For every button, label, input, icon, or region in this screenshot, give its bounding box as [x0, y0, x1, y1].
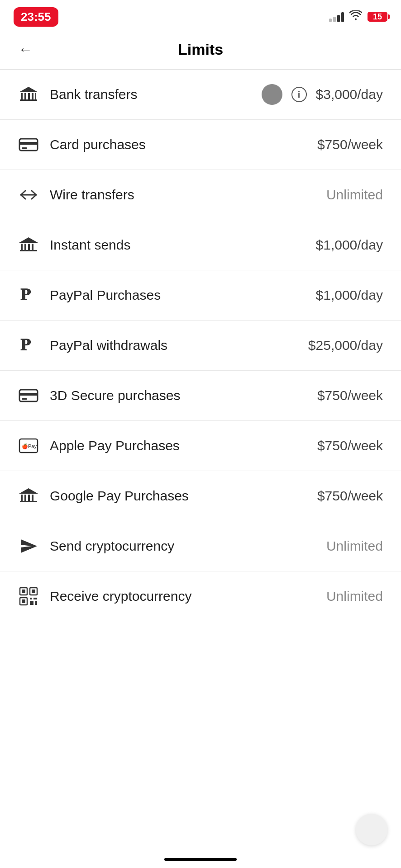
bank-icon — [18, 84, 50, 105]
paypal-purchases-value: $1,000/day — [316, 288, 383, 303]
limit-item-instant-sends: Instant sends $1,000/day — [0, 220, 401, 270]
page-title: Limits — [178, 41, 223, 58]
svg-rect-36 — [30, 598, 32, 599]
svg-rect-3 — [32, 93, 33, 99]
fab-button[interactable] — [356, 814, 387, 845]
svg-rect-2 — [28, 93, 30, 99]
svg-rect-39 — [35, 601, 37, 605]
svg-text:𝐏: 𝐏 — [20, 286, 31, 304]
svg-rect-37 — [33, 598, 37, 599]
3d-secure-label: 3D Secure purchases — [50, 388, 317, 403]
svg-rect-20 — [22, 398, 27, 400]
receive-crypto-value: Unlimited — [326, 589, 383, 604]
svg-rect-12 — [28, 244, 30, 250]
svg-rect-25 — [28, 495, 30, 501]
svg-rect-4 — [35, 93, 36, 99]
limit-item-receive-crypto: Receive cryptocurrency Unlimited — [0, 571, 401, 621]
svg-marker-29 — [21, 539, 37, 553]
card-purchases-label: Card purchases — [50, 137, 317, 152]
svg-marker-14 — [19, 237, 38, 243]
svg-rect-1 — [24, 93, 26, 99]
bank-transfers-toggle[interactable] — [262, 84, 282, 105]
instant-sends-icon — [18, 235, 50, 255]
paypal-purchases-icon: 𝐏 — [18, 285, 50, 306]
time-display: 23:55 — [14, 7, 58, 27]
send-crypto-label: Send cryptocurrency — [50, 538, 326, 554]
apple-pay-label: Apple Pay Purchases — [50, 438, 317, 453]
svg-rect-24 — [24, 495, 26, 501]
instant-sends-value: $1,000/day — [316, 237, 383, 253]
svg-rect-31 — [22, 590, 25, 593]
send-crypto-value: Unlimited — [326, 538, 383, 554]
svg-rect-11 — [24, 244, 26, 250]
bank-transfers-controls: i $3,000/day — [262, 84, 383, 105]
apple-pay-icon: 🍎Pay — [18, 435, 50, 456]
svg-rect-13 — [32, 244, 33, 250]
send-crypto-icon — [18, 536, 50, 557]
home-indicator — [164, 858, 237, 861]
card-icon — [18, 134, 50, 155]
svg-text:𝐏: 𝐏 — [20, 336, 31, 354]
svg-rect-0 — [21, 93, 23, 99]
google-pay-icon — [18, 486, 50, 506]
limit-item-apple-pay: 🍎Pay Apple Pay Purchases $750/week — [0, 421, 401, 471]
bank-transfers-info[interactable]: i — [291, 87, 307, 102]
paypal-withdrawals-icon: 𝐏 — [18, 335, 50, 356]
limit-item-3d-secure: 3D Secure purchases $750/week — [0, 371, 401, 421]
paypal-withdrawals-value: $25,000/day — [308, 338, 383, 353]
instant-sends-label: Instant sends — [50, 237, 316, 253]
svg-rect-8 — [19, 142, 38, 145]
apple-pay-value: $750/week — [317, 438, 383, 453]
svg-rect-23 — [21, 495, 23, 501]
card-purchases-value: $750/week — [317, 137, 383, 152]
3d-secure-icon — [18, 385, 50, 406]
wifi-icon — [349, 10, 362, 23]
svg-rect-15 — [20, 250, 37, 251]
google-pay-value: $750/week — [317, 488, 383, 504]
google-pay-label: Google Pay Purchases — [50, 488, 317, 504]
limit-item-send-crypto: Send cryptocurrency Unlimited — [0, 521, 401, 571]
limit-item-google-pay: Google Pay Purchases $750/week — [0, 471, 401, 521]
wire-transfers-value: Unlimited — [326, 187, 383, 203]
svg-text:🍎Pay: 🍎Pay — [22, 443, 37, 449]
svg-marker-5 — [19, 87, 38, 92]
status-icons: 15 — [329, 10, 387, 23]
limit-item-paypal-purchases: 𝐏 PayPal Purchases $1,000/day — [0, 270, 401, 321]
svg-rect-9 — [22, 147, 27, 149]
svg-marker-27 — [19, 488, 38, 494]
wire-icon — [18, 184, 50, 205]
svg-rect-26 — [32, 495, 33, 501]
wire-transfers-label: Wire transfers — [50, 187, 326, 203]
limit-item-bank-transfers: Bank transfers i $3,000/day — [0, 70, 401, 120]
svg-rect-33 — [32, 590, 35, 593]
limit-item-paypal-withdrawals: 𝐏 PayPal withdrawals $25,000/day — [0, 321, 401, 371]
svg-rect-28 — [20, 501, 37, 502]
limit-item-wire-transfers: Wire transfers Unlimited — [0, 170, 401, 220]
status-bar: 23:55 15 — [0, 0, 401, 32]
receive-crypto-label: Receive cryptocurrency — [50, 589, 326, 604]
paypal-withdrawals-label: PayPal withdrawals — [50, 338, 308, 353]
back-button[interactable]: ← — [18, 41, 33, 58]
signal-icon — [329, 11, 344, 22]
page-header: ← Limits — [0, 32, 401, 69]
svg-rect-10 — [21, 244, 23, 250]
paypal-purchases-label: PayPal Purchases — [50, 288, 316, 303]
svg-rect-38 — [30, 601, 33, 605]
3d-secure-value: $750/week — [317, 388, 383, 403]
bank-transfers-label: Bank transfers — [50, 87, 262, 102]
limits-list: Bank transfers i $3,000/day Card purchas… — [0, 70, 401, 621]
battery-icon: 15 — [368, 12, 387, 22]
receive-crypto-icon — [18, 586, 50, 607]
bank-transfers-value: $3,000/day — [316, 87, 383, 102]
limit-item-card-purchases: Card purchases $750/week — [0, 120, 401, 170]
svg-rect-6 — [20, 99, 37, 101]
svg-rect-35 — [22, 599, 25, 603]
svg-rect-19 — [19, 393, 38, 396]
